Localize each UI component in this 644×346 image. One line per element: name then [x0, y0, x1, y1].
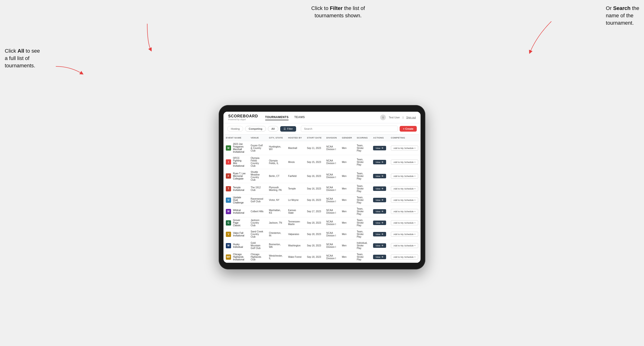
nav-teams[interactable]: TEAMS: [294, 115, 305, 120]
team-logo-4: U: [226, 197, 231, 203]
table-row: W Husky Individual Gold Mountain Golf Cl…: [224, 240, 420, 251]
competing-cell-6: Add to My Schedule +: [388, 217, 420, 229]
competing-cell-0: Add to My Schedule +: [388, 141, 420, 155]
actions-cell-8: View 👁: [371, 240, 388, 251]
all-tab[interactable]: All: [268, 126, 278, 132]
city-state-cell-2: Berlin, CT: [266, 169, 286, 183]
col-venue: VENUE: [248, 135, 267, 141]
add-schedule-button-6[interactable]: Add to My Schedule +: [391, 220, 418, 225]
hosted-by-cell-4: Le Moyne: [286, 194, 304, 206]
view-button-4[interactable]: View 👁: [373, 198, 386, 202]
team-logo-0: M: [226, 145, 231, 151]
arrow-filter: [138, 24, 157, 52]
nav-tournaments[interactable]: TOURNAMENTS: [265, 115, 289, 120]
view-button-5[interactable]: View 👁: [373, 209, 386, 214]
table-row: W Wildcat Invitational Colbert Hills Man…: [224, 206, 420, 217]
filter-button[interactable]: ☰ Filter: [280, 126, 296, 132]
division-cell-7: NCAA Division I: [324, 229, 339, 240]
eye-icon-6: 👁: [381, 221, 384, 224]
team-logo-7: V: [226, 232, 231, 237]
event-name-cell-2: F Ryan T. Lee Memorial Collegiate: [224, 169, 248, 183]
start-date-cell-9: Sep 18, 2023: [305, 251, 324, 263]
annotation-all: Click All to seea full list oftournament…: [5, 47, 40, 69]
division-cell-6: NCAA Division I: [324, 217, 339, 229]
competing-cell-4: Add to My Schedule +: [388, 194, 420, 206]
hosted-by-cell-0: Marshall: [286, 141, 304, 155]
venue-cell-6: Jackson Country Club: [248, 217, 267, 229]
add-schedule-button-0[interactable]: Add to My Schedule +: [391, 146, 418, 151]
view-button-0[interactable]: View 👁: [373, 146, 386, 150]
eye-icon-3: 👁: [381, 187, 384, 190]
eye-icon-4: 👁: [381, 199, 384, 201]
start-date-cell-1: Sep 15, 2023: [305, 155, 324, 169]
col-city-state: CITY, STATE: [266, 135, 286, 141]
add-schedule-button-8[interactable]: Add to My Schedule +: [391, 243, 418, 248]
search-box: [301, 126, 398, 132]
city-state-cell-9: Westchester, IL: [266, 251, 286, 263]
city-state-cell-3: Plymouth Meeting, PA: [266, 183, 286, 194]
app-header: SCOREBOARD Powered by clippd TOURNAMENTS…: [224, 112, 420, 123]
logo-area: SCOREBOARD Powered by clippd: [228, 114, 258, 121]
add-schedule-button-9[interactable]: Add to My Schedule +: [391, 254, 418, 259]
view-button-6[interactable]: View 👁: [373, 220, 386, 225]
annotation-filter: Click to Filter the list oftournaments s…: [311, 5, 365, 19]
table-row: U Upstate Dual Challenge Ravenwood Golf …: [224, 194, 420, 206]
team-logo-3: T: [226, 186, 231, 191]
venue-cell-8: Gold Mountain Golf Club: [248, 240, 267, 251]
event-name-cell-3: T Temple Invitational: [224, 183, 248, 194]
add-schedule-button-2[interactable]: Add to My Schedule +: [391, 173, 418, 178]
competing-tab[interactable]: Competing: [245, 126, 266, 132]
city-state-cell-5: Manhattan, KS: [266, 206, 286, 217]
main-nav: TOURNAMENTS TEAMS: [265, 115, 373, 120]
view-button-1[interactable]: View 👁: [373, 160, 386, 164]
annotation-search: Or Search thename of thetournament.: [606, 5, 639, 26]
event-name-cell-4: U Upstate Dual Challenge: [224, 194, 248, 206]
event-name-text-3: Temple Invitational: [233, 186, 246, 191]
event-name-text-8: Husky Individual: [233, 243, 246, 248]
eye-icon-9: 👁: [381, 256, 384, 258]
view-button-9[interactable]: View 👁: [373, 255, 386, 259]
tournaments-table: EVENT NAME VENUE CITY, STATE HOSTED BY S…: [224, 135, 420, 263]
venue-cell-4: Ravenwood Golf Club: [248, 194, 267, 206]
add-schedule-button-4[interactable]: Add to My Schedule +: [391, 197, 418, 202]
gender-cell-3: Men: [340, 183, 354, 194]
view-button-7[interactable]: View 👁: [373, 232, 386, 236]
event-name-text-0: 2023 Joe Feaganes Marshall Invitational: [233, 143, 246, 153]
hosted-by-cell-2: Fairfield: [286, 169, 304, 183]
add-schedule-button-7[interactable]: Add to My Schedule +: [391, 232, 418, 237]
add-schedule-button-1[interactable]: Add to My Schedule +: [391, 160, 418, 165]
table-row: I OFCC Fighting Illini Invitational Olym…: [224, 155, 420, 169]
create-button[interactable]: + Create: [400, 126, 417, 132]
event-name-cell-9: WF Chicago Highlands Invitational: [224, 251, 248, 263]
view-button-3[interactable]: View 👁: [373, 186, 386, 191]
view-button-2[interactable]: View 👁: [373, 174, 386, 178]
view-button-8[interactable]: View 👁: [373, 243, 386, 248]
event-name-text-6: Grover Page Classic: [233, 219, 246, 227]
hosting-tab[interactable]: Hosting: [227, 126, 243, 132]
table-body: M 2023 Joe Feaganes Marshall Invitationa…: [224, 141, 420, 263]
actions-cell-2: View 👁: [371, 169, 388, 183]
gender-cell-7: Men: [340, 229, 354, 240]
venue-cell-5: Colbert Hills: [248, 206, 267, 217]
gender-cell-1: Men: [340, 155, 354, 169]
city-state-cell-6: Jackson, TN: [266, 217, 286, 229]
hosted-by-cell-1: Illinois: [286, 155, 304, 169]
add-schedule-button-3[interactable]: Add to My Schedule +: [391, 186, 418, 191]
search-input[interactable]: [301, 126, 398, 132]
pipe-separator: |: [403, 116, 404, 119]
scoring-cell-0: Team, Stroke Play: [354, 141, 371, 155]
add-schedule-button-5[interactable]: Add to My Schedule +: [391, 209, 418, 214]
hosted-by-cell-6: Tennessee-Martin: [286, 217, 304, 229]
actions-cell-1: View 👁: [371, 155, 388, 169]
signout-link[interactable]: Sign out: [406, 116, 416, 119]
team-logo-6: G: [226, 220, 231, 225]
gender-cell-2: Men: [340, 169, 354, 183]
col-scoring: SCORING: [354, 135, 371, 141]
eye-icon-7: 👁: [381, 233, 384, 235]
table-row: F Ryan T. Lee Memorial Collegiate Shuttl…: [224, 169, 420, 183]
city-state-cell-1: Olympia Fields, IL: [266, 155, 286, 169]
start-date-cell-7: Sep 18, 2023: [305, 229, 324, 240]
gender-cell-9: Men: [340, 251, 354, 263]
eye-icon-0: 👁: [381, 147, 384, 149]
division-cell-3: NCAA Division I: [324, 183, 339, 194]
